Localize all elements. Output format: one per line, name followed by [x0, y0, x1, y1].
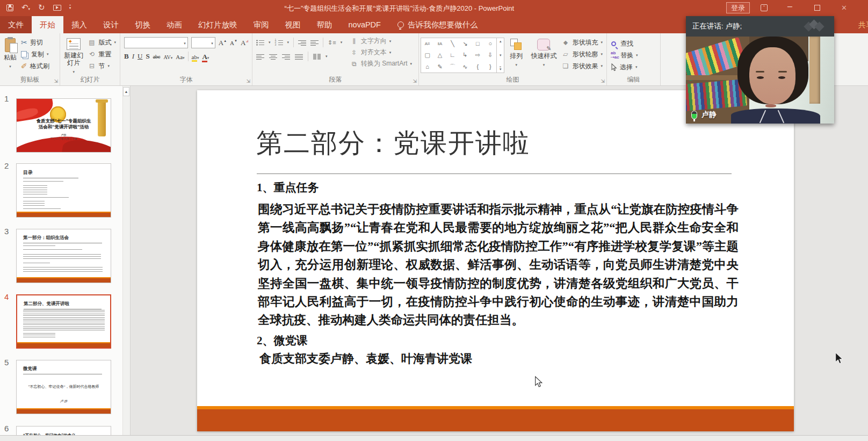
- shape-triangle-icon[interactable]: △: [438, 52, 442, 58]
- new-slide-button[interactable]: 新建幻灯片 ▾: [62, 35, 85, 76]
- shape-oval-icon[interactable]: ○: [488, 41, 492, 47]
- shape-rounded-rectangle-icon[interactable]: ▢: [424, 52, 430, 58]
- start-slideshow-icon[interactable]: [53, 5, 61, 11]
- shape-curve-icon[interactable]: ∿: [462, 64, 467, 70]
- scroll-up-icon[interactable]: ▲: [123, 87, 129, 96]
- shape-down-arrow-icon[interactable]: ⇩: [488, 52, 493, 58]
- font-size-combo[interactable]: ▾: [191, 37, 215, 48]
- layout-button[interactable]: ▤版式▾: [85, 37, 118, 48]
- shape-arrow-line-icon[interactable]: ↘: [462, 41, 467, 47]
- thumbnail-slide-1[interactable]: 食质支部“七一”专题组织生活会和“党课开讲啦”活动 卢静二〇二〇年六月三十日: [16, 98, 111, 153]
- customize-qat-icon[interactable]: ▾: [69, 5, 71, 10]
- redo-icon[interactable]: ↻: [38, 4, 45, 12]
- slide-paragraph[interactable]: 围绕习近平总书记关于疫情防控重要讲话和指示批示精神，重点从“让党旗在防控疫情斗争…: [258, 200, 739, 330]
- increase-indent-button[interactable]: [310, 40, 319, 46]
- shape-rectangle-icon[interactable]: □: [476, 41, 480, 47]
- line-spacing-button[interactable]: ⇕≡: [328, 39, 336, 46]
- undo-button[interactable]: ↶▾: [21, 3, 30, 12]
- slide-editor-area[interactable]: 第二部分：党课开讲啦 1、重点任务 围绕习近平总书记关于疫情防控重要讲话和指示批…: [131, 86, 868, 435]
- gallery-down-icon[interactable]: ▾: [500, 53, 502, 57]
- shape-arc-icon[interactable]: ⌒: [450, 64, 455, 70]
- thumbnail-slide-5[interactable]: 微党课 “不忘初心、牢记使命”，做新时代合格教师 卢 静: [16, 360, 111, 414]
- shape-line-icon[interactable]: ╲: [451, 41, 454, 47]
- decrease-font-size-button[interactable]: A▼: [230, 38, 237, 47]
- underline-button[interactable]: U: [138, 52, 142, 61]
- select-button[interactable]: 选择▾: [609, 61, 640, 73]
- shape-elbow-arrow-icon[interactable]: ↳: [462, 52, 467, 58]
- ribbon-display-options-icon[interactable]: ˆ: [761, 4, 768, 11]
- increase-font-size-button[interactable]: A▲: [219, 38, 227, 47]
- slide-heading-1[interactable]: 1、重点任务: [257, 180, 319, 195]
- share-button[interactable]: 共享: [858, 20, 868, 30]
- align-right-button[interactable]: [282, 54, 290, 60]
- bold-button[interactable]: B: [124, 52, 129, 61]
- tab-file[interactable]: 文件: [0, 16, 32, 33]
- shapes-gallery-scroll[interactable]: ▴ ▾ ▾: [497, 38, 504, 73]
- format-painter-button[interactable]: ✐格式刷: [19, 60, 52, 72]
- align-left-button[interactable]: [256, 54, 264, 60]
- text-direction-button[interactable]: ⫼文字方向▾: [348, 35, 414, 47]
- strikethrough-button[interactable]: abc: [153, 54, 161, 60]
- text-highlight-button[interactable]: ab▾: [192, 52, 199, 61]
- close-icon[interactable]: ✕: [841, 4, 847, 12]
- tell-me-box[interactable]: 告诉我你想要做什么: [397, 16, 478, 33]
- shape-effects-button[interactable]: ❏形状效果▾: [559, 60, 605, 72]
- thumbnail-slide-2[interactable]: 目录: [16, 163, 111, 218]
- numbering-button[interactable]: [275, 40, 283, 46]
- arrange-button[interactable]: 排列 ▾: [504, 35, 529, 76]
- shape-left-brace-icon[interactable]: {: [476, 64, 479, 70]
- reset-button[interactable]: ⟲重置: [85, 48, 118, 60]
- dialog-launcher-icon[interactable]: ⇲: [601, 79, 605, 84]
- align-text-button[interactable]: ⇳对齐文本▾: [348, 47, 414, 58]
- italic-button[interactable]: I: [132, 52, 134, 61]
- webcam-video[interactable]: 卢静: [686, 37, 834, 124]
- shapes-gallery[interactable]: A≡ ‖A ╲ ↘ □ ○ ▢ △ ∟ ↳ ⇨ ⇩ ⌂ ✎ ⌒ ∿ { }: [421, 38, 497, 73]
- text-shadow-button[interactable]: S: [146, 52, 149, 61]
- justify-button[interactable]: [295, 54, 303, 60]
- columns-button[interactable]: [313, 54, 321, 60]
- tab-design[interactable]: 设计: [95, 16, 127, 33]
- minimize-icon[interactable]: –: [787, 2, 792, 11]
- video-call-overlay[interactable]: 正在讲话: 卢静; 卢静: [686, 16, 834, 124]
- dialog-launcher-icon[interactable]: ⇲: [54, 79, 58, 84]
- tab-review[interactable]: 审阅: [245, 16, 277, 33]
- gallery-more-icon[interactable]: ▾: [500, 67, 502, 71]
- bullets-button[interactable]: [256, 40, 264, 46]
- gallery-up-icon[interactable]: ▴: [500, 39, 502, 44]
- slide-text-line[interactable]: 食质支部支委卢静、袁媛、叶海青讲党课: [259, 351, 472, 367]
- section-button[interactable]: ⊟节▾: [85, 60, 118, 72]
- slide-heading-2[interactable]: 2、微党课: [257, 333, 308, 348]
- character-spacing-button[interactable]: AV▾: [164, 52, 173, 61]
- tab-animations[interactable]: 动画: [158, 16, 190, 33]
- tab-home[interactable]: 开始: [32, 16, 63, 33]
- tab-novapdf[interactable]: novaPDF: [341, 16, 389, 33]
- quick-styles-button[interactable]: 快速样式 ▾: [528, 35, 559, 76]
- save-icon[interactable]: [6, 4, 13, 11]
- current-slide-canvas[interactable]: 第二部分：党课开讲啦 1、重点任务 围绕习近平总书记关于疫情防控重要讲话和指示批…: [197, 90, 794, 431]
- shape-outline-button[interactable]: ▱形状轮廓▾: [559, 48, 605, 60]
- tab-transitions[interactable]: 切换: [127, 16, 158, 33]
- copy-button[interactable]: 复制▾: [19, 48, 52, 60]
- align-center-button[interactable]: [269, 54, 277, 60]
- shape-fill-button[interactable]: ⬥形状填充▾: [559, 37, 605, 48]
- tab-view[interactable]: 视图: [277, 16, 309, 33]
- shape-scribble-icon[interactable]: ✎: [437, 64, 442, 70]
- thumbnail-slide-3[interactable]: 第一部分：组织生活会: [16, 229, 111, 283]
- decrease-indent-button[interactable]: [298, 40, 306, 46]
- font-name-combo[interactable]: ▾: [124, 37, 188, 48]
- replace-button[interactable]: ab⇢ac替换▾: [609, 49, 640, 61]
- tab-help[interactable]: 帮助: [309, 16, 341, 33]
- change-case-button[interactable]: Aa▾: [176, 52, 184, 61]
- tab-slideshow[interactable]: 幻灯片放映: [190, 16, 245, 33]
- maximize-icon[interactable]: [814, 5, 820, 11]
- shape-right-arrow-icon[interactable]: ⇨: [475, 52, 480, 58]
- shape-textbox-icon[interactable]: A≡: [425, 41, 430, 47]
- slide-title[interactable]: 第二部分：党课开讲啦: [256, 126, 530, 161]
- login-button[interactable]: 登录: [726, 2, 750, 13]
- shape-elbow-connector-icon[interactable]: ∟: [450, 52, 455, 58]
- paste-button[interactable]: 粘贴 ▾: [2, 35, 19, 76]
- convert-smartart-button[interactable]: ⧉转换为 SmartArt▾: [348, 58, 414, 69]
- font-color-button[interactable]: A▾: [202, 52, 209, 61]
- shape-freeform-icon[interactable]: ⌂: [425, 64, 429, 70]
- thumbnail-slide-4-selected[interactable]: 第二部分、党课开讲啦: [16, 294, 111, 349]
